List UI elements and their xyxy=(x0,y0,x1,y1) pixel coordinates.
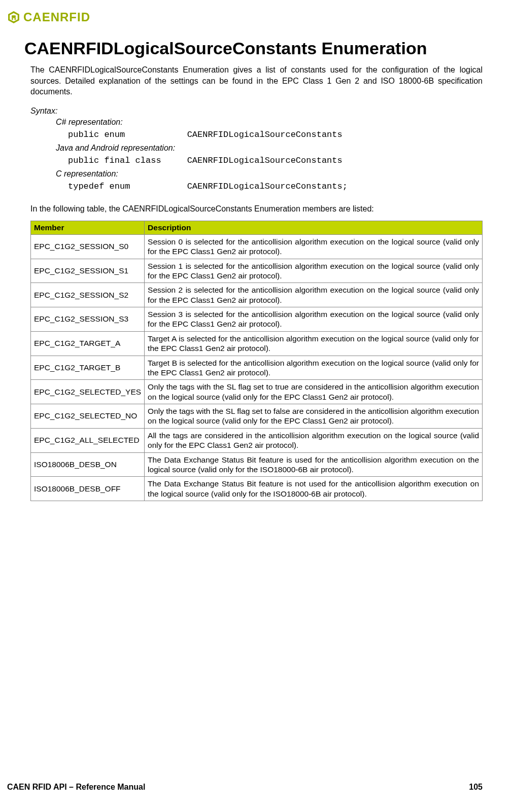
col-member: Member xyxy=(31,221,145,234)
brand-text: CAENRFID xyxy=(23,10,90,24)
table-row: EPC_C1G2_SESSION_S1Session 1 is selected… xyxy=(31,259,483,283)
intro-paragraph: The CAENRFIDLogicalSourceConstants Enume… xyxy=(30,64,483,97)
footer-left: CAEN RFID API – Reference Manual xyxy=(7,783,145,792)
table-row: EPC_C1G2_ALL_SELECTEDAll the tags are co… xyxy=(31,428,483,452)
member-cell: EPC_C1G2_SESSION_S3 xyxy=(31,307,145,332)
representation-label: C representation: xyxy=(56,169,483,179)
syntax-label: Syntax: xyxy=(30,107,483,116)
representation-block: C representation:typedef enum CAENRFIDLo… xyxy=(56,169,483,191)
description-cell: Target B is selected for the anticollisi… xyxy=(145,356,483,380)
description-cell: All the tags are considered in the antic… xyxy=(145,428,483,452)
svg-rect-2 xyxy=(12,15,16,18)
table-header-row: Member Description xyxy=(31,221,483,234)
description-cell: Session 3 is selected for the anticollis… xyxy=(145,307,483,332)
col-description: Description xyxy=(145,221,483,234)
table-row: EPC_C1G2_TARGET_BTarget B is selected fo… xyxy=(31,356,483,380)
representation-block: Java and Android representation:public f… xyxy=(56,144,483,165)
svg-rect-3 xyxy=(12,18,13,20)
table-row: EPC_C1G2_SELECTED_YESOnly the tags with … xyxy=(31,380,483,404)
description-cell: Only the tags with the SL flag set to tr… xyxy=(145,380,483,404)
document-page: CAENRFID CAENRFIDLogicalSourceConstants … xyxy=(0,0,513,812)
footer-page-number: 105 xyxy=(469,783,483,792)
member-cell: EPC_C1G2_SESSION_S0 xyxy=(31,234,145,259)
table-row: ISO18006B_DESB_OFFThe Data Exchange Stat… xyxy=(31,477,483,501)
member-cell: EPC_C1G2_TARGET_B xyxy=(31,356,145,380)
member-cell: ISO18006B_DESB_ON xyxy=(31,452,145,477)
table-intro: In the following table, the CAENRFIDLogi… xyxy=(30,204,483,214)
table-row: EPC_C1G2_SESSION_S3Session 3 is selected… xyxy=(31,307,483,332)
page-footer: CAEN RFID API – Reference Manual 105 xyxy=(7,783,483,792)
enum-table: Member Description EPC_C1G2_SESSION_S0Se… xyxy=(30,221,483,501)
member-cell: EPC_C1G2_TARGET_A xyxy=(31,331,145,356)
description-cell: Target A is selected for the anticollisi… xyxy=(145,331,483,356)
representation-label: Java and Android representation: xyxy=(56,144,483,153)
member-cell: EPC_C1G2_SELECTED_NO xyxy=(31,404,145,429)
representation-code: public final class CAENRFIDLogicalSource… xyxy=(68,156,483,165)
member-cell: ISO18006B_DESB_OFF xyxy=(31,477,145,501)
member-cell: EPC_C1G2_ALL_SELECTED xyxy=(31,428,145,452)
representation-block: C# representation:public enum CAENRFIDLo… xyxy=(56,118,483,139)
member-cell: EPC_C1G2_SESSION_S1 xyxy=(31,259,145,283)
table-row: EPC_C1G2_SESSION_S0Session 0 is selected… xyxy=(31,234,483,259)
brand-logo: CAENRFID xyxy=(7,10,483,24)
svg-rect-4 xyxy=(15,18,16,20)
description-cell: The Data Exchange Status Bit feature is … xyxy=(145,452,483,477)
description-cell: Session 2 is selected for the anticollis… xyxy=(145,283,483,307)
member-cell: EPC_C1G2_SELECTED_YES xyxy=(31,380,145,404)
page-title: CAENRFIDLogicalSourceConstants Enumerati… xyxy=(24,39,483,58)
table-row: ISO18006B_DESB_ONThe Data Exchange Statu… xyxy=(31,452,483,477)
table-row: EPC_C1G2_TARGET_ATarget A is selected fo… xyxy=(31,331,483,356)
rfid-icon xyxy=(7,11,20,24)
representation-code: typedef enum CAENRFIDLogicalSourceConsta… xyxy=(68,182,483,191)
table-row: EPC_C1G2_SELECTED_NOOnly the tags with t… xyxy=(31,404,483,429)
representation-code: public enum CAENRFIDLogicalSourceConstan… xyxy=(68,130,483,139)
description-cell: The Data Exchange Status Bit feature is … xyxy=(145,477,483,501)
representation-label: C# representation: xyxy=(56,118,483,127)
member-cell: EPC_C1G2_SESSION_S2 xyxy=(31,283,145,307)
table-row: EPC_C1G2_SESSION_S2Session 2 is selected… xyxy=(31,283,483,307)
description-cell: Only the tags with the SL flag set to fa… xyxy=(145,404,483,429)
representations: C# representation:public enum CAENRFIDLo… xyxy=(30,118,483,191)
description-cell: Session 0 is selected for the anticollis… xyxy=(145,234,483,259)
description-cell: Session 1 is selected for the anticollis… xyxy=(145,259,483,283)
